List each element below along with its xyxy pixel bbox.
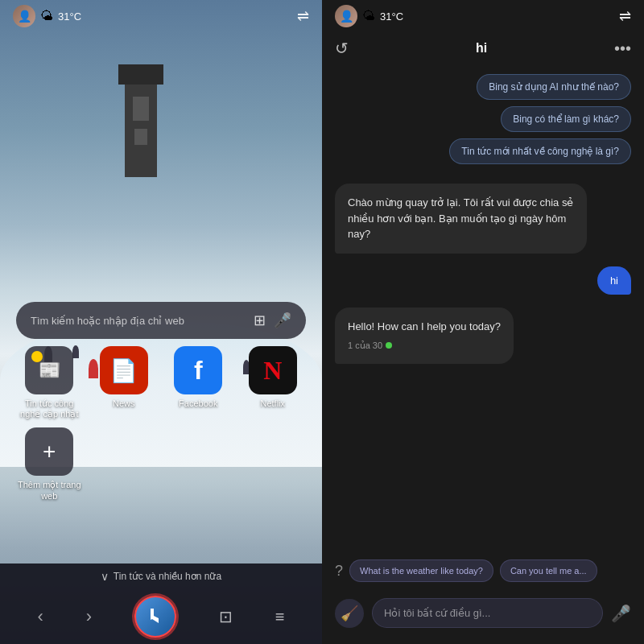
weather-icon: 🌤 bbox=[40, 9, 53, 23]
news-teaser: ∨ Tin tức và nhiều hơn nữa bbox=[0, 564, 322, 589]
chat-input-bar: 🧹 Hỏi tôi bất cứ điều gì... 🎤 bbox=[322, 590, 644, 644]
app-label-add: Thêm một trangweb bbox=[18, 480, 81, 501]
app-label-facebook: Facebook bbox=[179, 398, 217, 409]
app-item-netflix[interactable]: N Netflix bbox=[240, 346, 307, 419]
online-dot bbox=[386, 342, 392, 349]
sweep-button[interactable]: 🧹 bbox=[335, 599, 364, 628]
app-icon-news: 📄 bbox=[100, 346, 148, 394]
right-settings-icon[interactable]: ⇌ bbox=[619, 7, 631, 25]
message-count: 1 của 30 bbox=[348, 339, 501, 353]
tower-window2 bbox=[134, 129, 147, 145]
bing-logo bbox=[144, 605, 167, 628]
help-icon: ? bbox=[335, 563, 343, 580]
right-status-left: 👤 🌤 31°C bbox=[335, 5, 403, 27]
right-status-bar: 👤 🌤 31°C ⇌ bbox=[322, 0, 644, 32]
voice-input-button[interactable]: 🎤 bbox=[611, 604, 631, 623]
app-label-news: News bbox=[113, 398, 135, 409]
prompt-chip-2[interactable]: Bing có thể làm gì khác? bbox=[501, 106, 631, 132]
app-icon-facebook: f bbox=[174, 346, 222, 394]
app-label-tin-tuc: Tin tức côngnghề cập nhật bbox=[20, 398, 78, 419]
search-bar: Tìm kiếm hoặc nhập địa chỉ web ⊞ 🎤 bbox=[16, 302, 306, 339]
app-icon-add: + bbox=[25, 427, 73, 476]
left-status-bar: 👤 🌤 31°C ⇌ bbox=[0, 0, 322, 32]
microphone-icon[interactable]: 🎤 bbox=[274, 312, 291, 329]
right-panel: 👤 🌤 31°C ⇌ ↺ hi ••• Bing sử dụng AI như … bbox=[322, 0, 644, 644]
more-options-icon[interactable]: ••• bbox=[614, 39, 631, 58]
suggestion-chip-2[interactable]: Can you tell me a... bbox=[500, 559, 597, 582]
app-grid: 📰 Tin tức côngnghề cập nhật 📄 News f Fac… bbox=[16, 346, 306, 502]
prompt-chip-3[interactable]: Tin tức mới nhất về công nghệ là gì? bbox=[449, 138, 631, 164]
app-item-news[interactable]: 📄 News bbox=[91, 346, 158, 419]
facebook-logo: f bbox=[194, 356, 203, 386]
qr-icon[interactable]: ⊞ bbox=[254, 312, 266, 329]
app-icon-tin-tuc: 📰 bbox=[25, 346, 73, 394]
search-placeholder: Tìm kiếm hoặc nhập địa chỉ web bbox=[31, 315, 254, 327]
chat-messages: Chào mừng quay trở lại. Tôi rất vui được… bbox=[322, 171, 644, 551]
menu-button[interactable]: ≡ bbox=[275, 608, 285, 626]
bot-message-1: Chào mừng quay trở lại. Tôi rất vui được… bbox=[335, 184, 587, 254]
tab-switcher-button[interactable]: ⊡ bbox=[219, 607, 233, 626]
search-input-wrapper[interactable]: Tìm kiếm hoặc nhập địa chỉ web ⊞ 🎤 bbox=[16, 302, 306, 339]
app-item-add-page[interactable]: + Thêm một trangweb bbox=[16, 427, 83, 501]
suggested-prompts: Bing sử dụng AI như thế nào? Bing có thể… bbox=[322, 68, 644, 171]
user-message-1-text: hi bbox=[610, 275, 618, 287]
app-item-facebook[interactable]: f Facebook bbox=[165, 346, 232, 419]
bottom-nav: ‹ › ⊡ ≡ bbox=[0, 589, 322, 644]
chat-input-placeholder: Hỏi tôi bất cứ điều gì... bbox=[384, 607, 490, 619]
news-teaser-text: Tin tức và nhiều hơn nữa bbox=[114, 571, 221, 582]
prompt-chip-1[interactable]: Bing sử dụng AI như thế nào? bbox=[477, 74, 631, 100]
chat-title: hi bbox=[476, 41, 487, 56]
bot-message-2: Hello! How can I help you today? 1 của 3… bbox=[335, 308, 514, 364]
app-item-tin-tuc[interactable]: 📰 Tin tức côngnghề cập nhật bbox=[16, 346, 83, 419]
chat-header: ↺ hi ••• bbox=[322, 32, 644, 68]
bot-message-2-text: Hello! How can I help you today? bbox=[348, 320, 501, 332]
chevron-down-icon: ∨ bbox=[101, 570, 109, 583]
message-count-text: 1 của 30 bbox=[348, 339, 382, 353]
user-message-1: hi bbox=[597, 266, 631, 295]
status-left: 👤 🌤 31°C bbox=[13, 5, 81, 27]
bottom-suggestions: ? What is the weather like today? Can yo… bbox=[322, 551, 644, 590]
app-icon-netflix: N bbox=[249, 346, 297, 394]
history-icon[interactable]: ↺ bbox=[335, 39, 349, 58]
app-label-netflix: Netflix bbox=[260, 398, 285, 409]
forward-button[interactable]: › bbox=[86, 606, 92, 627]
left-panel: 👤 🌤 31°C ⇌ Tìm kiếm hoặc nhập địa chỉ we… bbox=[0, 0, 322, 644]
netflix-logo: N bbox=[263, 356, 282, 386]
right-weather-icon: 🌤 bbox=[362, 9, 375, 23]
bottom-bar: ∨ Tin tức và nhiều hơn nữa ‹ › ⊡ ≡ bbox=[0, 564, 322, 644]
avatar: 👤 bbox=[13, 5, 35, 27]
bing-button[interactable] bbox=[134, 596, 176, 638]
chat-input[interactable]: Hỏi tôi bất cứ điều gì... bbox=[372, 598, 603, 628]
right-temperature-label: 31°C bbox=[380, 10, 403, 23]
temperature-label: 31°C bbox=[58, 10, 81, 23]
back-button[interactable]: ‹ bbox=[37, 606, 43, 627]
bot-message-1-text: Chào mừng quay trở lại. Tôi rất vui được… bbox=[348, 196, 573, 240]
settings-icon[interactable]: ⇌ bbox=[297, 7, 309, 25]
right-avatar: 👤 bbox=[335, 5, 357, 27]
suggestion-chip-1[interactable]: What is the weather like today? bbox=[349, 559, 493, 582]
search-icons: ⊞ 🎤 bbox=[254, 312, 291, 329]
tower-window bbox=[133, 97, 149, 121]
tower bbox=[125, 80, 157, 177]
